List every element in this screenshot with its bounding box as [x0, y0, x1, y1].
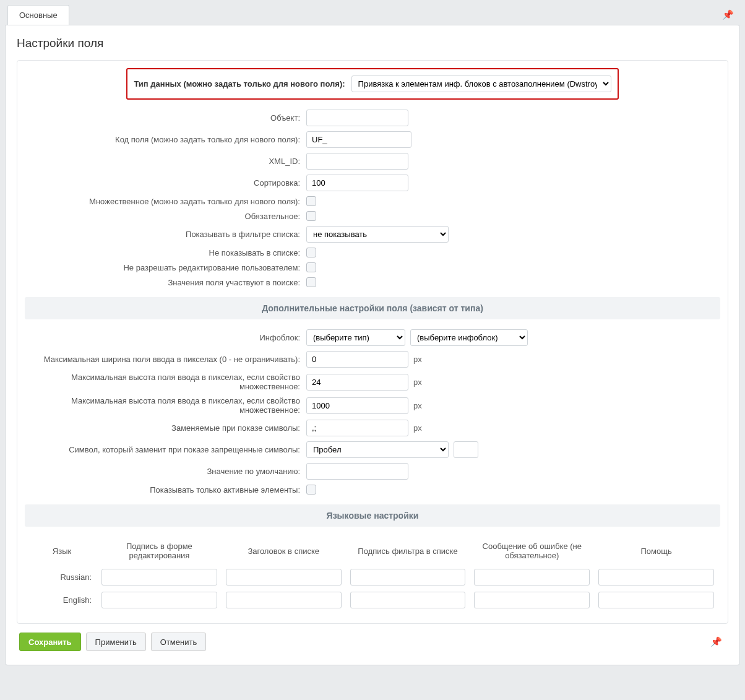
sort-input[interactable] — [306, 175, 408, 191]
mandatory-checkbox[interactable] — [306, 211, 316, 221]
mandatory-label: Обязательное: — [25, 212, 300, 221]
lang-table: Язык Подпись в форме редактирования Заго… — [25, 534, 720, 612]
max-height1-label: Максимальная высота поля ввода в пиксела… — [25, 373, 300, 391]
lang-en-list[interactable] — [226, 592, 342, 608]
lang-row-english-label: English: — [31, 595, 93, 605]
form-box: Тип данных (можно задать только для ново… — [17, 60, 728, 624]
no-edit-label: Не разрешать редактирование пользователе… — [25, 263, 300, 272]
replacement-select[interactable]: Пробел — [306, 441, 449, 458]
replacement-label: Символ, который заменит при показе запре… — [25, 445, 300, 454]
max-height1-input[interactable] — [306, 374, 408, 391]
unit-px: px — [413, 401, 422, 410]
tab-main[interactable]: Основные — [7, 5, 69, 25]
iblock-type-select[interactable]: (выберите тип) — [306, 329, 405, 346]
show-filter-label: Показывать в фильтре списка: — [25, 230, 300, 239]
lang-ru-help[interactable] — [598, 569, 714, 585]
iblock-label: Инфоблок: — [25, 333, 300, 342]
max-width-input[interactable] — [306, 351, 408, 368]
active-only-label: Показывать только активные элементы: — [25, 485, 300, 495]
main-panel: Настройки поля Тип данных (можно задать … — [5, 25, 740, 665]
lang-ru-filter[interactable] — [350, 569, 466, 585]
lang-th-error: Сообщение об ошибке (не обязательное) — [474, 539, 590, 563]
lang-th-lang: Язык — [31, 544, 93, 558]
additional-section-header: Дополнительные настройки поля (зависят о… — [25, 297, 720, 319]
unit-px: px — [413, 378, 422, 387]
active-only-checkbox[interactable] — [306, 485, 316, 495]
data-type-label: Тип данных (можно задать только для ново… — [134, 79, 345, 89]
lang-th-help: Помощь — [598, 544, 714, 558]
apply-button[interactable]: Применить — [86, 633, 146, 651]
multiple-checkbox[interactable] — [306, 196, 316, 206]
hide-in-list-label: Не показывать в списке: — [25, 248, 300, 257]
lang-en-help[interactable] — [598, 592, 714, 608]
field-code-input[interactable] — [306, 131, 411, 148]
lang-ru-caption[interactable] — [101, 569, 217, 585]
unit-px: px — [413, 423, 422, 433]
lang-ru-error[interactable] — [474, 569, 590, 585]
save-button[interactable]: Сохранить — [19, 633, 81, 651]
max-width-label: Максимальная ширина поля ввода в пиксела… — [25, 355, 300, 364]
lang-en-filter[interactable] — [350, 592, 466, 608]
hide-in-list-checkbox[interactable] — [306, 248, 316, 257]
replacement-extra-input[interactable] — [454, 441, 478, 458]
max-height2-label: Максимальная высота поля ввода в пиксела… — [25, 396, 300, 415]
lang-th-list: Заголовок в списке — [226, 544, 342, 558]
multiple-label: Множественное (можно задать только для н… — [25, 197, 300, 206]
data-type-row: Тип данных (можно задать только для ново… — [126, 68, 618, 100]
lang-th-caption: Подпись в форме редактирования — [101, 539, 217, 563]
searchable-checkbox[interactable] — [306, 277, 316, 287]
page-title: Настройки поля — [17, 37, 728, 50]
lang-en-error[interactable] — [474, 592, 590, 608]
pin-footer-icon[interactable]: 📌 — [707, 633, 726, 651]
lang-row-russian-label: Russian: — [31, 573, 93, 582]
iblock-select[interactable]: (выберите инфоблок) — [410, 329, 528, 346]
no-edit-checkbox[interactable] — [306, 262, 316, 272]
cancel-button[interactable]: Отменить — [151, 633, 206, 651]
lang-en-caption[interactable] — [101, 592, 217, 608]
object-label: Объект: — [25, 113, 300, 123]
replace-chars-label: Заменяемые при показе символы: — [25, 423, 300, 433]
data-type-select[interactable]: Привязка к элементам инф. блоков с автоз… — [351, 76, 611, 92]
show-filter-select[interactable]: не показывать — [306, 226, 449, 243]
pin-icon[interactable]: 📌 — [718, 6, 738, 24]
replace-chars-input[interactable] — [306, 420, 408, 436]
lang-section-header: Языковые настройки — [25, 504, 720, 527]
lang-ru-list[interactable] — [226, 569, 342, 585]
object-input[interactable] — [306, 110, 408, 126]
unit-px: px — [413, 355, 422, 364]
xmlid-label: XML_ID: — [25, 157, 300, 166]
field-code-label: Код поля (можно задать только для нового… — [25, 135, 300, 144]
xmlid-input[interactable] — [306, 153, 408, 170]
max-height2-input[interactable] — [306, 397, 408, 414]
default-label: Значение по умолчанию: — [25, 467, 300, 476]
searchable-label: Значения поля участвуют в поиске: — [25, 278, 300, 287]
lang-th-filter: Подпись фильтра в списке — [350, 544, 466, 558]
default-input[interactable] — [306, 463, 408, 480]
sort-label: Сортировка: — [25, 178, 300, 188]
